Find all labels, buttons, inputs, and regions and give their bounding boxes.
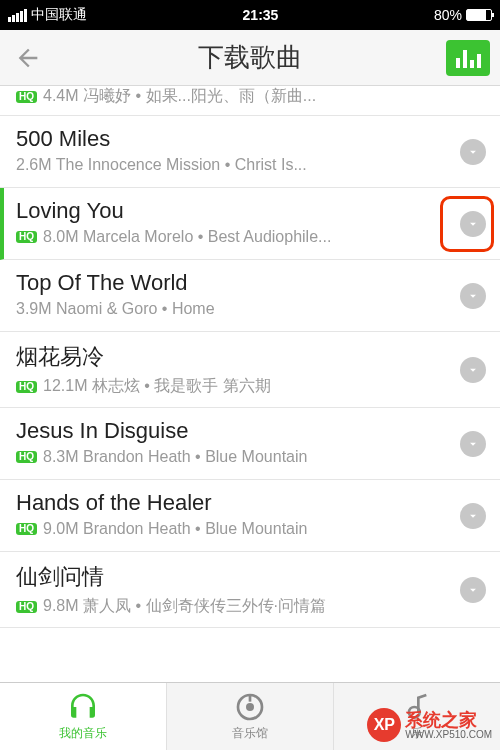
chevron-down-icon	[466, 509, 480, 523]
list-item[interactable]: Top Of The World3.9M Naomi & Goro • Home	[0, 260, 500, 332]
song-subtitle: HQ8.3M Brandon Heath • Blue Mountain	[16, 448, 440, 466]
chevron-down-icon	[466, 289, 480, 303]
list-item[interactable]: HQ 4.4M 冯曦妤 • 如果...阳光、雨（新曲...	[0, 86, 500, 116]
expand-button[interactable]	[460, 211, 486, 237]
list-item[interactable]: 500 Miles2.6M The Innocence Mission • Ch…	[0, 116, 500, 188]
music-note-icon	[401, 691, 433, 723]
song-title: 仙剑问情	[16, 562, 440, 592]
hq-badge: HQ	[16, 601, 37, 613]
chevron-down-icon	[466, 437, 480, 451]
svg-point-1	[246, 703, 254, 711]
list-item[interactable]: 烟花易冷HQ12.1M 林志炫 • 我是歌手 第六期	[0, 332, 500, 408]
clock-label: 21:35	[87, 7, 434, 23]
expand-button[interactable]	[460, 431, 486, 457]
carrier-label: 中国联通	[31, 6, 87, 24]
song-subtitle: HQ8.0M Marcela Morelo • Best Audiophile.…	[16, 228, 440, 246]
expand-button[interactable]	[460, 503, 486, 529]
song-subtitle: 4.4M 冯曦妤 • 如果...阳光、雨（新曲...	[43, 86, 316, 107]
battery-pct-label: 80%	[434, 7, 462, 23]
expand-button[interactable]	[460, 283, 486, 309]
tab-music-hall[interactable]: 音乐馆	[167, 683, 334, 750]
song-title: 500 Miles	[16, 126, 440, 152]
tab-label: 我的音乐	[59, 725, 107, 742]
status-bar: 中国联通 21:35 80%	[0, 0, 500, 30]
song-subtitle: 2.6M The Innocence Mission • Christ Is..…	[16, 156, 440, 174]
tab-bar: 我的音乐 音乐馆 乐	[0, 682, 500, 750]
chevron-down-icon	[466, 583, 480, 597]
chevron-down-icon	[466, 217, 480, 231]
page-title: 下载歌曲	[0, 40, 500, 75]
list-item[interactable]: Loving YouHQ8.0M Marcela Morelo • Best A…	[0, 188, 500, 260]
expand-button[interactable]	[460, 357, 486, 383]
list-item[interactable]: Jesus In DisguiseHQ8.3M Brandon Heath • …	[0, 408, 500, 480]
radio-icon	[234, 691, 266, 723]
tab-label: 乐	[411, 725, 423, 742]
back-button[interactable]	[10, 40, 46, 76]
hq-badge: HQ	[16, 231, 37, 243]
song-title: Loving You	[16, 198, 440, 224]
song-title: Jesus In Disguise	[16, 418, 440, 444]
tab-label: 音乐馆	[232, 725, 268, 742]
headphones-icon	[67, 691, 99, 723]
equalizer-button[interactable]	[446, 40, 490, 76]
signal-icon	[8, 9, 27, 22]
hq-badge: HQ	[16, 523, 37, 535]
song-title: 烟花易冷	[16, 342, 440, 372]
tab-my-music[interactable]: 我的音乐	[0, 683, 167, 750]
song-title: Top Of The World	[16, 270, 440, 296]
hq-badge: HQ	[16, 381, 37, 393]
battery-icon	[466, 9, 492, 21]
expand-button[interactable]	[460, 139, 486, 165]
chevron-down-icon	[466, 363, 480, 377]
svg-rect-2	[249, 695, 252, 702]
list-item[interactable]: Hands of the HealerHQ9.0M Brandon Heath …	[0, 480, 500, 552]
app-header: 下载歌曲	[0, 30, 500, 86]
arrow-left-icon	[14, 44, 42, 72]
song-subtitle: HQ12.1M 林志炫 • 我是歌手 第六期	[16, 376, 440, 397]
list-item[interactable]: 仙剑问情HQ9.8M 萧人凤 • 仙剑奇侠传三外传·问情篇	[0, 552, 500, 628]
song-list: HQ 4.4M 冯曦妤 • 如果...阳光、雨（新曲... 500 Miles2…	[0, 86, 500, 682]
hq-badge: HQ	[16, 451, 37, 463]
song-title: Hands of the Healer	[16, 490, 440, 516]
song-subtitle: HQ9.0M Brandon Heath • Blue Mountain	[16, 520, 440, 538]
chevron-down-icon	[466, 145, 480, 159]
song-subtitle: 3.9M Naomi & Goro • Home	[16, 300, 440, 318]
tab-more[interactable]: 乐	[334, 683, 500, 750]
hq-badge: HQ	[16, 91, 37, 103]
song-subtitle: HQ9.8M 萧人凤 • 仙剑奇侠传三外传·问情篇	[16, 596, 440, 617]
expand-button[interactable]	[460, 577, 486, 603]
